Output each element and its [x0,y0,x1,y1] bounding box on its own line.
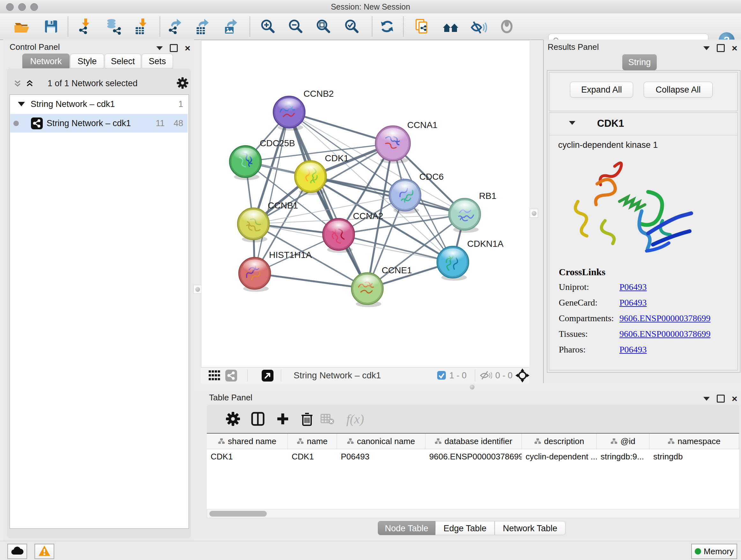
warning-button[interactable] [35,544,54,559]
network-node-cdkn1a[interactable] [437,246,469,281]
import-database-icon[interactable] [105,17,123,36]
memory-button[interactable]: Memory [691,544,737,559]
tab-sets[interactable]: Sets [142,54,173,68]
results-panel-float-icon[interactable] [717,44,725,52]
cloud-button[interactable] [7,544,27,559]
cloud-icon [11,546,23,557]
table-gear-icon[interactable] [225,411,241,427]
zoom-in-icon[interactable] [259,17,277,36]
scrollbar-thumb[interactable] [209,511,267,516]
open-icon[interactable] [13,17,30,36]
table-cell[interactable]: stringdb [650,449,739,464]
crosshair-pan-icon[interactable] [515,368,529,384]
tab-edge-table[interactable]: Edge Table [435,521,495,535]
zoom-fit-icon[interactable] [315,17,333,36]
column-header--id[interactable]: @id [597,434,650,449]
network-node-cdk1[interactable] [294,161,327,195]
network-edge[interactable] [255,112,289,273]
export-network-icon[interactable] [167,17,185,36]
import-network-icon[interactable] [77,17,94,36]
left-splitter-handle[interactable] [193,285,202,294]
column-header-database-identifier[interactable]: database identifier [425,434,522,449]
selected-checkbox-icon[interactable] [437,371,446,381]
zoom-out-icon[interactable] [287,17,305,36]
results-panel-close-icon[interactable]: × [732,45,738,51]
network-node-ccna2[interactable] [323,219,354,253]
control-panel-close-icon[interactable]: × [185,45,191,51]
toolbar-separator [250,17,250,37]
crosslink-link[interactable]: P06493 [619,282,647,292]
tab-network-table[interactable]: Network Table [495,521,565,535]
network-canvas[interactable]: CCNB2CCNA1CDC25BCDK1CDC6RB1CCNB1CCNA2CDK… [201,40,529,368]
save-icon[interactable] [42,17,60,36]
network-node-ccna1[interactable] [375,126,410,164]
network-edge[interactable] [289,112,367,289]
hide-visibility-icon[interactable] [469,17,487,36]
crosslink-link[interactable]: 9606.ENSP00000378699 [619,329,711,339]
network-collection-row[interactable]: String Network – cdk1 1 [10,95,188,113]
table-header-row[interactable]: shared namenamecanonical namedatabase id… [207,434,739,449]
import-table-icon[interactable] [134,17,151,36]
tab-select[interactable]: Select [105,54,141,68]
network-node-hist1h1a[interactable] [239,257,271,292]
network-node-cdc25b[interactable] [229,145,261,180]
network-row-selected[interactable]: String Network – cdk1 11 48 [10,114,188,132]
table-panel-float-icon[interactable] [717,395,725,402]
table-panel-menu-icon[interactable] [703,397,710,401]
gene-entry-header[interactable]: CDK1 [549,113,738,135]
control-panel-float-icon[interactable] [170,44,178,52]
results-panel-menu-icon[interactable] [703,46,710,50]
table-horizontal-scrollbar[interactable] [207,509,740,518]
column-header-description[interactable]: description [522,434,597,449]
network-view-title: String Network – cdk1 [293,370,381,381]
column-header-canonical-name[interactable]: canonical name [337,434,425,449]
tab-style[interactable]: Style [70,54,104,68]
table-cell[interactable]: P06493 [337,449,425,464]
crosslink-link[interactable]: P06493 [619,298,647,308]
open-in-window-icon[interactable] [262,370,273,383]
column-header-name[interactable]: name [288,434,337,449]
network-options-gear-icon[interactable] [177,77,188,90]
table-cell[interactable]: CDK1 [288,449,337,464]
export-table-icon[interactable] [194,17,212,36]
node-label-ccne1: CCNE1 [382,265,412,275]
network-node-ccnb1[interactable] [238,208,269,242]
crosslink-link[interactable]: P06493 [619,345,647,355]
table-cell[interactable]: CDK1 [207,449,288,464]
refresh-icon[interactable] [378,17,396,36]
hidden-eye-slash-icon[interactable] [479,370,492,382]
share-document-icon[interactable] [413,17,431,36]
tab-network[interactable]: Network [22,54,70,68]
homes-icon[interactable] [442,17,460,36]
gene-expander-icon[interactable] [569,121,576,125]
table-cell[interactable]: stringdb:9... [597,449,650,464]
table-columns-icon[interactable] [250,411,266,427]
horizontal-splitter-handle[interactable] [470,385,475,389]
network-node-ccne1[interactable] [351,273,383,307]
control-panel-menu-icon[interactable] [156,46,163,50]
table-row[interactable]: CDK1CDK1P064939606.ENSP00000378699cyclin… [207,449,739,464]
tab-node-table[interactable]: Node Table [378,521,435,535]
collapse-all-button[interactable]: Collapse All [644,82,713,98]
table-cell[interactable]: 9606.ENSP00000378699 [425,449,522,464]
table-add-icon[interactable] [274,411,291,427]
network-node-rb1[interactable] [449,198,481,233]
table-panel-close-icon[interactable]: × [732,395,738,402]
column-header-shared-name[interactable]: shared name [207,434,288,449]
export-image-icon[interactable] [223,17,241,36]
eye-icon[interactable] [498,17,516,36]
table-cell[interactable]: cyclin-dependent ... [522,449,597,464]
tab-string[interactable]: String [622,54,657,70]
column-header-namespace[interactable]: namespace [650,434,739,449]
protein-structure-image [567,153,707,263]
expand-all-button[interactable]: Expand All [570,82,633,98]
table-delete-icon[interactable] [299,411,315,427]
network-edge[interactable] [255,273,367,289]
zoom-selected-icon[interactable] [343,17,361,36]
collection-expander-icon[interactable] [18,102,25,106]
results-panel: Results Panel × String Expand All Collap… [543,40,741,383]
string-network-badge-icon[interactable] [225,370,237,383]
grid-view-icon[interactable] [209,370,220,382]
right-splitter-handle[interactable] [530,209,538,218]
crosslink-link[interactable]: 9606.ENSP00000378699 [619,313,711,323]
